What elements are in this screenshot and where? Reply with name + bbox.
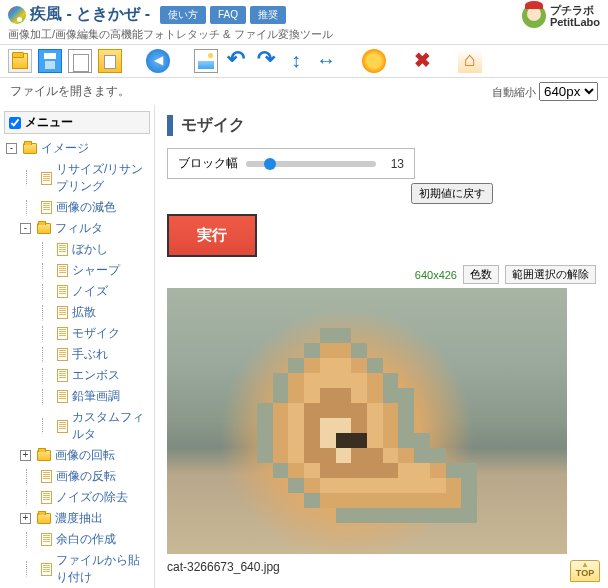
app-title: 疾風 - ときかぜ -: [30, 4, 150, 25]
rotate-right-icon[interactable]: [254, 49, 278, 73]
folder-icon: [37, 223, 51, 234]
page-icon: [57, 306, 68, 319]
tree-item[interactable]: 画像の反転: [4, 466, 150, 487]
folder-icon: [37, 450, 51, 461]
tree-item[interactable]: シャープ: [4, 260, 150, 281]
tree-item[interactable]: 鉛筆画調: [4, 386, 150, 407]
tree-item-label: 画像の反転: [56, 468, 116, 485]
page-icon: [57, 264, 68, 277]
header: 疾風 - ときかぜ - 使い方 FAQ 推奨 画像加工/画像編集の高機能フォトレ…: [0, 0, 608, 44]
page-icon: [41, 470, 52, 483]
tree-item[interactable]: ぼかし: [4, 239, 150, 260]
tree-item[interactable]: 余白の作成: [4, 529, 150, 550]
tree-item-label: 拡散: [72, 304, 96, 321]
execute-button[interactable]: 実行: [167, 214, 257, 257]
param-label: ブロック幅: [178, 155, 238, 172]
scroll-top-button[interactable]: TOP: [570, 560, 600, 582]
howto-button[interactable]: 使い方: [160, 6, 206, 24]
tree-item[interactable]: ファイルから貼り付け: [4, 550, 150, 588]
page-icon: [57, 369, 68, 382]
flip-vertical-icon[interactable]: [284, 49, 308, 73]
param-box: ブロック幅 13: [167, 148, 415, 179]
zoom-select[interactable]: 640px: [539, 82, 598, 101]
tree-item-label: 手ぶれ: [72, 346, 108, 363]
page-icon: [41, 563, 52, 576]
main-panel: モザイク ブロック幅 13 初期値に戻す 実行 640x426 色数 範囲選択の…: [155, 105, 608, 588]
page-icon: [57, 243, 68, 256]
tree-item[interactable]: ノイズ: [4, 281, 150, 302]
image-canvas[interactable]: [167, 288, 567, 554]
zoom-mode-label: 自動縮小: [492, 86, 536, 98]
tree-toggle-icon[interactable]: -: [20, 223, 31, 234]
open-icon[interactable]: [8, 49, 32, 73]
tree-item[interactable]: エンボス: [4, 365, 150, 386]
tree-item-label: 濃度抽出: [55, 510, 103, 527]
page-icon: [41, 533, 52, 546]
tree-item[interactable]: -イメージ: [4, 138, 150, 159]
page-icon: [41, 491, 52, 504]
tree-item-label: リサイズ/リサンプリング: [56, 161, 150, 195]
menu-tree: -イメージリサイズ/リサンプリング画像の減色-フィルタぼかしシャープノイズ拡散モ…: [4, 138, 150, 588]
tree-item[interactable]: 手ぶれ: [4, 344, 150, 365]
brand-name-jp: プチラボ: [550, 4, 600, 16]
param-value: 13: [384, 157, 404, 171]
tree-item-label: イメージ: [41, 140, 89, 157]
copy-icon[interactable]: [68, 49, 92, 73]
menu-toggle-checkbox[interactable]: [9, 117, 21, 129]
delete-icon[interactable]: [410, 49, 434, 73]
undo-icon[interactable]: [146, 49, 170, 73]
tree-item[interactable]: カスタムフィルタ: [4, 407, 150, 445]
tree-item-label: 画像の減色: [56, 199, 116, 216]
deselect-button[interactable]: 範囲選択の解除: [505, 265, 596, 284]
status-text: ファイルを開きます。: [10, 83, 130, 100]
block-width-slider[interactable]: [246, 161, 376, 167]
page-icon: [57, 327, 68, 340]
folder-icon: [23, 143, 37, 154]
tree-item-label: ファイルから貼り付け: [56, 552, 150, 586]
tree-item-label: シャープ: [72, 262, 120, 279]
flip-horizontal-icon[interactable]: [314, 49, 338, 73]
tree-item[interactable]: 拡散: [4, 302, 150, 323]
tree-item[interactable]: モザイク: [4, 323, 150, 344]
faq-button[interactable]: FAQ: [210, 6, 246, 24]
status-bar: ファイルを開きます。 自動縮小 640px: [0, 78, 608, 105]
tree-toggle-icon[interactable]: +: [20, 513, 31, 524]
tree-item[interactable]: +画像の回転: [4, 445, 150, 466]
folder-icon: [37, 513, 51, 524]
save-icon[interactable]: [38, 49, 62, 73]
home-icon[interactable]: [458, 49, 482, 73]
tree-item-label: 画像の回転: [55, 447, 115, 464]
mascot-icon: [522, 4, 546, 28]
image-icon[interactable]: [194, 49, 218, 73]
tree-toggle-icon[interactable]: +: [20, 450, 31, 461]
tree-item-label: カスタムフィルタ: [72, 409, 150, 443]
tree-item[interactable]: ノイズの除去: [4, 487, 150, 508]
recommend-button[interactable]: 推奨: [250, 6, 286, 24]
reset-button[interactable]: 初期値に戻す: [411, 183, 493, 204]
toolbar: [0, 44, 608, 78]
brightness-icon[interactable]: [362, 49, 386, 73]
page-icon: [41, 172, 52, 185]
menu-title: メニュー: [25, 114, 73, 131]
tree-item-label: フィルタ: [55, 220, 103, 237]
tree-item-label: モザイク: [72, 325, 120, 342]
brand-name-en: PetitLabo: [550, 16, 600, 28]
tree-item-label: ノイズの除去: [56, 489, 128, 506]
palette-icon: [8, 6, 26, 24]
tree-item-label: 余白の作成: [56, 531, 116, 548]
tree-item[interactable]: +濃度抽出: [4, 508, 150, 529]
tree-item[interactable]: -フィルタ: [4, 218, 150, 239]
tree-item[interactable]: 画像の減色: [4, 197, 150, 218]
colors-button[interactable]: 色数: [463, 265, 499, 284]
page-icon: [57, 348, 68, 361]
rotate-left-icon[interactable]: [224, 49, 248, 73]
tree-item[interactable]: リサイズ/リサンプリング: [4, 159, 150, 197]
menu-header: メニュー: [4, 111, 150, 134]
page-icon: [57, 390, 68, 403]
tree-item-label: ノイズ: [72, 283, 108, 300]
page-icon: [41, 201, 52, 214]
tree-item-label: 鉛筆画調: [72, 388, 120, 405]
paste-icon[interactable]: [98, 49, 122, 73]
tree-toggle-icon[interactable]: -: [6, 143, 17, 154]
brand-logo[interactable]: プチラボ PetitLabo: [522, 4, 600, 28]
